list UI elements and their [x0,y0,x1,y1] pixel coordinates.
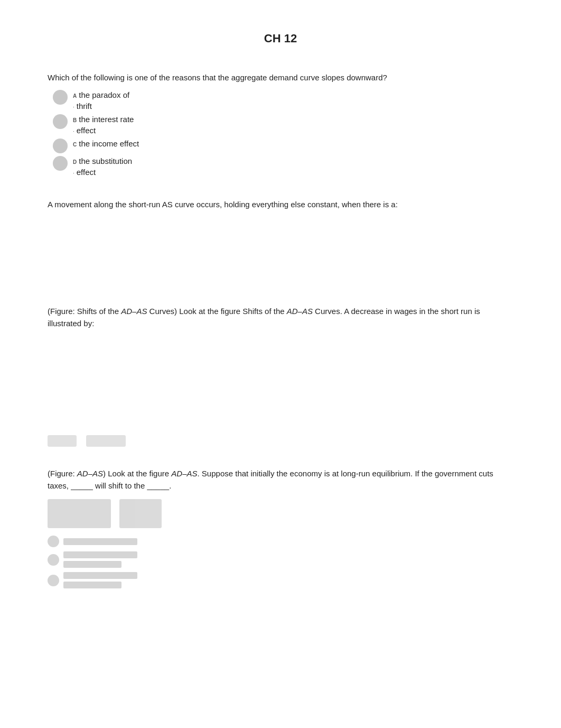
option-b-bubble [53,114,68,129]
option-d-label: D [73,159,77,166]
q3-image-placeholder [48,435,513,447]
q4-figure-area [48,499,513,528]
page-title: CH 12 [48,32,513,45]
option-a-dot: · [73,104,74,111]
option-c-text: C the income effect [73,138,139,149]
q4-figure-img1 [48,499,111,528]
q4-option-c-text1 [63,572,137,579]
q3-img-2 [86,435,126,447]
q3-img-1 [48,435,77,447]
option-a-line2: thrift [77,100,92,112]
option-d-bubble [53,156,68,171]
option-c-bubble [53,139,68,153]
question-2-text: A movement along the short-run AS curve … [48,199,513,211]
option-d-dot: · [73,170,74,177]
option-a-bubble [53,90,68,105]
q4-option-b-bubble [48,554,59,566]
option-b-line1: the interest rate [79,114,134,125]
option-b-label: B [73,117,77,124]
question-3: (Figure: Shifts of the AD–AS Curves) Loo… [48,306,513,447]
question-2-blank-area [48,216,513,284]
option-a[interactable]: A the paradox of · thrift [53,89,513,112]
option-d-text: D the substitution · effect [73,155,132,178]
option-c-label: C [73,141,77,149]
q4-option-b [48,551,513,568]
q4-option-c-text2 [63,582,121,588]
option-b-text: B the interest rate · effect [73,114,134,136]
option-c[interactable]: C the income effect [53,138,513,153]
question-3-blank-area [48,335,513,430]
q4-options [48,536,513,588]
question-4: (Figure: AD–AS) Look at the figure AD–AS… [48,468,513,588]
options-list-1: A the paradox of · thrift B the interest… [48,89,513,178]
q4-option-c-bubble [48,575,59,586]
option-a-line1: the paradox of [79,89,129,100]
option-d[interactable]: D the substitution · effect [53,155,513,178]
q4-option-b-text1 [63,551,137,558]
question-3-text: (Figure: Shifts of the AD–AS Curves) Loo… [48,306,513,329]
option-b-dot: · [73,128,74,135]
q4-option-c [48,572,513,588]
question-4-text: (Figure: AD–AS) Look at the figure AD–AS… [48,468,513,492]
option-d-line2: effect [77,167,96,178]
q4-figure-img2 [119,499,162,528]
option-c-line1: the income effect [79,138,139,149]
option-b-line2: effect [77,125,96,136]
option-a-text: A the paradox of · thrift [73,89,129,112]
q4-option-a-text [63,538,137,545]
question-1: Which of the following is one of the rea… [48,72,513,178]
question-1-text: Which of the following is one of the rea… [48,72,513,84]
q4-option-a [48,536,513,547]
q4-option-a-bubble [48,536,59,547]
option-b[interactable]: B the interest rate · effect [53,114,513,136]
q4-option-b-text2 [63,561,121,568]
option-d-line1: the substitution [79,155,132,167]
question-2: A movement along the short-run AS curve … [48,199,513,285]
option-a-label: A [73,93,77,100]
